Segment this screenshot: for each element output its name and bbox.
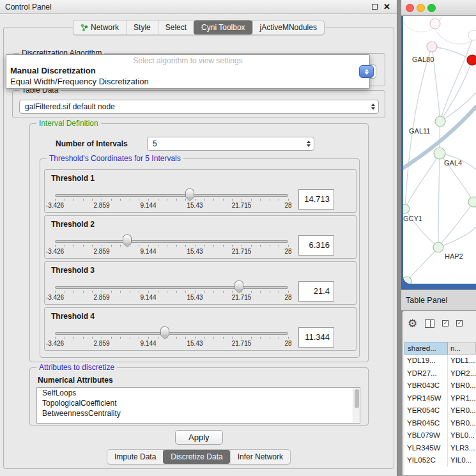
table-row[interactable]: YBR045CYBR0... bbox=[404, 417, 476, 430]
tick-mark bbox=[111, 291, 112, 293]
threshold-value-field[interactable]: 21.4 bbox=[298, 281, 334, 302]
tab-label: jActiveMNodules bbox=[260, 23, 317, 32]
bottom-tab-discretize-data[interactable]: Discretize Data bbox=[163, 450, 229, 464]
dropdown-item-manual-discretization[interactable]: Manual Discretization bbox=[6, 65, 369, 76]
threshold-slider-4[interactable]: -3.4262.8599.14415.4321.71528 bbox=[55, 325, 288, 350]
slider-track[interactable] bbox=[55, 240, 288, 243]
threshold-label: Threshold 2 bbox=[51, 220, 95, 229]
num-intervals-label: Number of Intervals bbox=[56, 139, 128, 148]
slider-track[interactable] bbox=[55, 194, 288, 197]
table-rows: YDL19...YDL1...YDR27...YDR2...YBR043CYBR… bbox=[404, 355, 476, 475]
network-window-titlebar bbox=[401, 0, 476, 16]
node-top-faint[interactable] bbox=[430, 19, 440, 29]
algorithm-combobox-stepper[interactable] bbox=[359, 65, 374, 78]
node-gal80[interactable] bbox=[427, 42, 437, 52]
node-top-right-faint[interactable] bbox=[468, 30, 476, 40]
table-row[interactable]: YPR145WYPR1... bbox=[404, 392, 476, 405]
tick-mark bbox=[65, 291, 65, 293]
node-gal4[interactable] bbox=[434, 148, 445, 159]
table-data-combobox[interactable]: galFiltered.sif default node bbox=[19, 100, 379, 114]
attribute-item-selfloops[interactable]: SelfLoops bbox=[37, 388, 360, 398]
tab-network[interactable]: Network bbox=[73, 20, 126, 35]
tick-mark bbox=[83, 199, 84, 201]
table-row[interactable]: YER054CYER0... bbox=[404, 404, 476, 417]
threshold-slider-1[interactable]: -3.4262.8599.14415.4321.71528 bbox=[55, 187, 288, 212]
up-arrow-icon bbox=[365, 69, 369, 72]
tick-mark bbox=[158, 199, 158, 201]
slider-thumb[interactable] bbox=[234, 280, 243, 293]
bottom-tab-impute-data[interactable]: Impute Data bbox=[107, 450, 163, 464]
column-header-2[interactable]: n... bbox=[448, 342, 476, 355]
dropdown-item-equal-width-frequency-discretization[interactable]: Equal Width/Frequency Discretization bbox=[6, 76, 369, 87]
tab-label: Discretize Data bbox=[171, 452, 222, 461]
attribute-item-betweennesscentrality[interactable]: BetweennessCentrality bbox=[37, 408, 360, 418]
cell-shared-name: YDR27... bbox=[404, 367, 448, 380]
table-row[interactable]: YIL052CYIL0... bbox=[404, 454, 476, 467]
tick-mark bbox=[130, 291, 130, 293]
tick-mark bbox=[55, 291, 56, 293]
tick-mark bbox=[65, 337, 65, 339]
slider-thumb-tip bbox=[185, 197, 194, 201]
node-hap2[interactable] bbox=[433, 242, 443, 252]
tab-label: Impute Data bbox=[114, 452, 156, 461]
table-row[interactable]: YLR345WYLR3... bbox=[404, 442, 476, 455]
apply-button[interactable]: Apply bbox=[175, 430, 223, 445]
close-icon[interactable]: ✕ bbox=[383, 2, 390, 12]
cell-shared-name: YBR045C bbox=[404, 417, 448, 430]
slider-thumb[interactable] bbox=[123, 234, 132, 247]
minimize-traffic-light[interactable] bbox=[417, 4, 425, 12]
slider-thumb[interactable] bbox=[160, 326, 169, 339]
checkbox-icon-2[interactable]: ✓ bbox=[456, 320, 463, 326]
threshold-value-field[interactable]: 14.713 bbox=[298, 189, 334, 210]
node-gcy1[interactable] bbox=[403, 204, 410, 213]
table-row[interactable]: YBR043CYBR0... bbox=[404, 380, 476, 392]
columns-icon[interactable] bbox=[425, 319, 434, 328]
tab-cyni-toolbox[interactable]: Cyni Toolbox bbox=[194, 20, 252, 35]
tab-select[interactable]: Select bbox=[158, 20, 194, 35]
slider-scale-label: 2.859 bbox=[93, 202, 109, 209]
tab-style[interactable]: Style bbox=[126, 20, 158, 35]
scrollbar-thumb[interactable] bbox=[355, 389, 359, 408]
attribute-item-topologicalcoefficient[interactable]: TopologicalCoefficient bbox=[37, 398, 360, 408]
column-header-1[interactable]: shared... bbox=[404, 342, 448, 355]
slider-track[interactable] bbox=[55, 286, 288, 289]
slider-scale-label: -3.426 bbox=[46, 248, 64, 255]
node-label-hap2: HAP2 bbox=[445, 252, 463, 260]
tick-mark bbox=[139, 291, 139, 293]
table-row[interactable]: YDR27...YDR2... bbox=[404, 367, 476, 380]
node-bottom[interactable] bbox=[403, 277, 411, 284]
threshold-value-field[interactable]: 11.344 bbox=[298, 327, 334, 348]
tick-mark bbox=[120, 245, 121, 247]
tab-label: Infer Network bbox=[238, 452, 283, 461]
network-canvas[interactable]: GAL80GAL11GAL4GCY1HAP2 bbox=[403, 16, 476, 284]
threshold-value-field[interactable]: 6.316 bbox=[298, 235, 334, 256]
tab-jactivemnodules[interactable]: jActiveMNodules bbox=[252, 20, 324, 35]
tick-mark bbox=[185, 291, 186, 293]
attributes-scrollbar[interactable] bbox=[353, 388, 360, 423]
checkbox-icon-1[interactable]: ✓ bbox=[442, 320, 449, 326]
close-traffic-light[interactable] bbox=[406, 4, 414, 12]
tick-mark bbox=[167, 291, 167, 293]
slider-thumb-body bbox=[160, 326, 169, 335]
tick-mark bbox=[242, 337, 242, 339]
float-window-icon[interactable] bbox=[372, 4, 378, 10]
node-red[interactable] bbox=[467, 55, 476, 65]
table-row[interactable]: YBL079WYBL0... bbox=[404, 429, 476, 442]
threshold-panel-1: Threshold 1-3.4262.8599.14415.4321.71528… bbox=[44, 169, 357, 213]
node-gal11[interactable] bbox=[435, 116, 445, 127]
zoom-traffic-light[interactable] bbox=[427, 4, 436, 12]
slider-thumb[interactable] bbox=[185, 188, 194, 201]
tick-mark bbox=[148, 245, 149, 247]
table-row[interactable]: YDL19...YDL1... bbox=[404, 355, 476, 367]
threshold-slider-3[interactable]: -3.4262.8599.14415.4321.71528 bbox=[55, 279, 288, 304]
slider-track[interactable] bbox=[55, 332, 288, 335]
bottom-tab-bar: Impute DataDiscretize DataInfer Network bbox=[107, 449, 291, 464]
slider-scale-label: 28 bbox=[284, 248, 291, 255]
bottom-tab-infer-network[interactable]: Infer Network bbox=[230, 450, 290, 464]
cell-name: YBR0... bbox=[448, 417, 476, 430]
threshold-slider-2[interactable]: -3.4262.8599.14415.4321.71528 bbox=[55, 233, 288, 258]
numerical-attributes-list[interactable]: SelfLoopsTopologicalCoefficientBetweenne… bbox=[36, 387, 360, 424]
num-intervals-combobox[interactable]: 5 bbox=[147, 137, 314, 151]
gear-icon[interactable]: ⚙ bbox=[408, 318, 417, 329]
node-right[interactable] bbox=[468, 197, 476, 207]
